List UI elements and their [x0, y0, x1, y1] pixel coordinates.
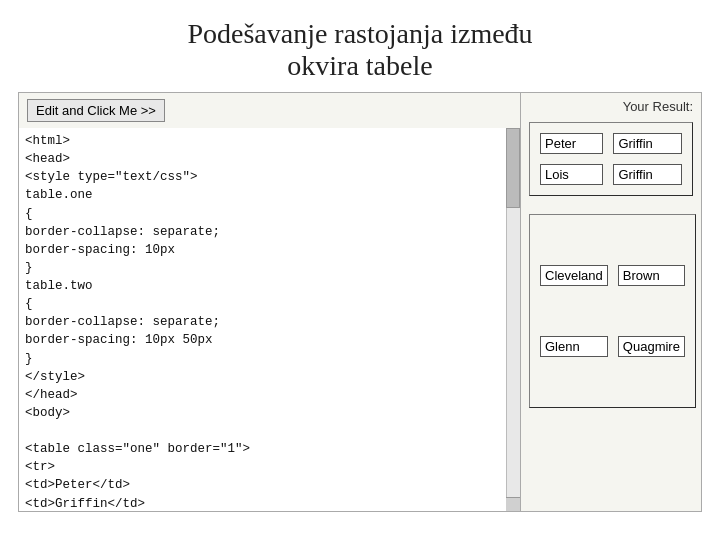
- page-title: Podešavanje rastojanja između okvira tab…: [0, 0, 720, 92]
- left-panel: Edit and Click Me >>: [19, 93, 521, 511]
- edit-click-button[interactable]: Edit and Click Me >>: [27, 99, 165, 122]
- scrollbar-thumb[interactable]: [506, 128, 520, 208]
- scrollbar-bottom[interactable]: [506, 497, 520, 511]
- result-area: Peter Griffin Lois Griffin Cleveland Bro…: [529, 122, 693, 505]
- main-container: Edit and Click Me >> Your Result: Peter …: [18, 92, 702, 512]
- table-row: Peter Griffin: [540, 133, 682, 154]
- table-row: Lois Griffin: [540, 164, 682, 185]
- result-table-two: Cleveland Brown Glenn Quagmire: [529, 214, 696, 408]
- table-cell: Glenn: [540, 336, 608, 357]
- table-cell: Peter: [540, 133, 603, 154]
- table-cell: Quagmire: [618, 336, 685, 357]
- your-result-label: Your Result:: [529, 99, 693, 114]
- result-table-one: Peter Griffin Lois Griffin: [529, 122, 693, 196]
- scrollbar-track[interactable]: [506, 128, 520, 511]
- code-textarea[interactable]: [19, 128, 520, 511]
- table-cell: Lois: [540, 164, 603, 185]
- table-cell: Cleveland: [540, 265, 608, 286]
- table-cell: Brown: [618, 265, 685, 286]
- right-panel: Your Result: Peter Griffin Lois Griffin …: [521, 93, 701, 511]
- table-cell: Griffin: [613, 133, 682, 154]
- table-cell: Griffin: [613, 164, 682, 185]
- table-row: Cleveland Brown: [540, 265, 685, 286]
- code-area-wrapper: [19, 128, 520, 511]
- table-row: Glenn Quagmire: [540, 336, 685, 357]
